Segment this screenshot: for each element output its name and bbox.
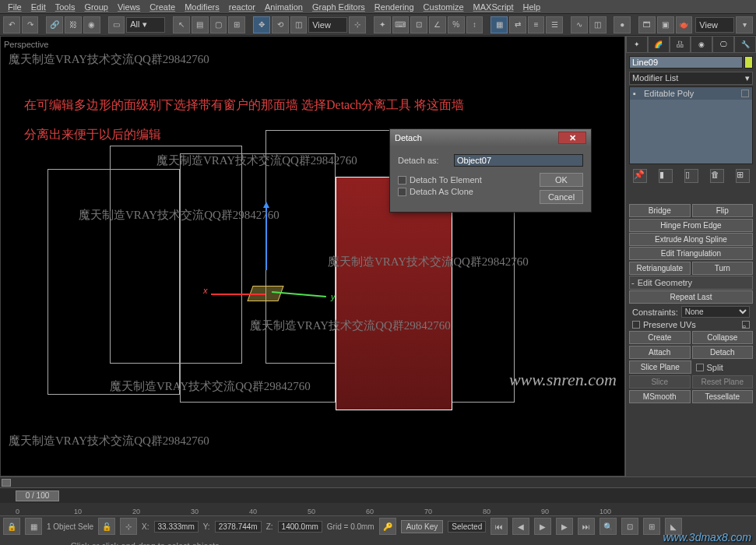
collapse-button[interactable]: Collapse: [692, 331, 754, 344]
move-icon[interactable]: ✥: [253, 16, 270, 33]
material-icon[interactable]: ●: [614, 16, 631, 33]
render-frame-icon[interactable]: ▣: [657, 16, 674, 33]
object-color-swatch[interactable]: [744, 56, 753, 69]
preserve-opts-icon[interactable]: ▫: [742, 321, 750, 329]
quick-render-icon[interactable]: 🫖: [676, 16, 693, 33]
create-button[interactable]: Create: [629, 331, 691, 344]
menu-tools[interactable]: Tools: [51, 2, 80, 12]
zoom-all-icon[interactable]: ⊡: [621, 518, 638, 535]
manip-icon[interactable]: ✦: [374, 16, 391, 33]
expand-icon[interactable]: ▪: [633, 89, 641, 98]
modifier-list-dropdown[interactable]: Modifier List▾: [629, 72, 753, 85]
cancel-button[interactable]: Cancel: [540, 190, 583, 204]
curve-editor-icon[interactable]: ∿: [571, 16, 588, 33]
tab-modify-icon[interactable]: 🌈: [648, 36, 670, 53]
keyboard-icon[interactable]: ⌨: [392, 16, 410, 33]
viewport[interactable]: Perspective x y 在可编辑多边形的面级别下选择带有窗户的那面墙 选…: [0, 36, 625, 476]
detach-to-element-checkbox[interactable]: [398, 176, 406, 185]
angle-snap-icon[interactable]: ∠: [429, 16, 446, 33]
x-coord-field[interactable]: 33.333mm: [154, 521, 199, 533]
tessellate-button[interactable]: Tessellate: [692, 390, 754, 403]
view-dropdown[interactable]: View: [695, 17, 734, 33]
pin-stack-icon[interactable]: 📌: [633, 169, 647, 183]
detach-button[interactable]: Detach: [692, 346, 754, 359]
bind-icon[interactable]: ◉: [83, 16, 100, 33]
tab-motion-icon[interactable]: ◉: [691, 36, 712, 53]
layers-icon[interactable]: ☰: [546, 16, 563, 33]
retriangulate-button[interactable]: Retriangulate: [629, 262, 691, 275]
select-icon[interactable]: ▭: [108, 16, 125, 33]
view-opts-icon[interactable]: ▾: [736, 16, 753, 33]
menu-reactor[interactable]: reactor: [224, 2, 260, 12]
select-region-icon[interactable]: ▢: [210, 16, 227, 33]
next-frame-icon[interactable]: ▶: [556, 518, 573, 535]
tab-display-icon[interactable]: 🖵: [712, 36, 734, 53]
turn-button[interactable]: Turn: [692, 262, 754, 275]
percent-snap-icon[interactable]: %: [448, 16, 465, 33]
constraints-dropdown[interactable]: None: [681, 306, 750, 318]
redo-icon[interactable]: ↷: [22, 16, 39, 33]
modifier-toggle[interactable]: [741, 90, 749, 97]
undo-icon[interactable]: ↶: [3, 16, 20, 33]
bridge-button[interactable]: Bridge: [629, 204, 691, 217]
show-end-icon[interactable]: ▮: [659, 169, 673, 183]
extrude-spline-button[interactable]: Extrude Along Spline: [629, 233, 753, 246]
slice-plane-button[interactable]: Slice Plane: [629, 360, 691, 374]
close-icon[interactable]: ✕: [558, 132, 586, 144]
configure-icon[interactable]: ⊞: [736, 169, 750, 183]
z-coord-field[interactable]: 1400.0mm: [278, 521, 322, 533]
time-slider-thumb[interactable]: 0 / 100: [16, 490, 59, 501]
key-mode-dropdown[interactable]: Selected: [448, 521, 486, 533]
zoom-icon[interactable]: 🔍: [600, 518, 617, 535]
select-name-icon[interactable]: ▤: [192, 16, 209, 33]
time-slider[interactable]: 0 / 100: [0, 487, 756, 503]
pivot-icon[interactable]: ⊹: [349, 16, 366, 33]
menu-group[interactable]: Group: [79, 2, 113, 12]
msmooth-button[interactable]: MSmooth: [629, 390, 691, 403]
play-icon[interactable]: ▶: [534, 518, 551, 535]
prev-frame-icon[interactable]: ◀: [512, 518, 529, 535]
repeat-last-button[interactable]: Repeat Last: [629, 290, 753, 304]
snap-icon[interactable]: ⊡: [410, 16, 427, 33]
selection-filter[interactable]: All ▾: [126, 17, 165, 33]
edit-tri-button[interactable]: Edit Triangulation: [629, 247, 753, 260]
lock-selection-icon[interactable]: 🔓: [98, 518, 115, 535]
mirror-icon[interactable]: ⇄: [509, 16, 526, 33]
y-coord-field[interactable]: 2378.744m: [215, 521, 262, 533]
named-sel-icon[interactable]: ▦: [491, 16, 508, 33]
preserve-uvs-checkbox[interactable]: [632, 321, 640, 329]
attach-button[interactable]: Attach: [629, 346, 691, 359]
unlink-icon[interactable]: ⛓: [65, 16, 82, 33]
edit-geometry-rollout[interactable]: -Edit Geometry: [629, 276, 753, 290]
ref-coord[interactable]: View: [308, 17, 347, 33]
schematic-icon[interactable]: ◫: [589, 16, 607, 33]
detach-as-clone-checkbox[interactable]: [398, 188, 406, 196]
menu-animation[interactable]: Animation: [260, 2, 308, 12]
cursor-icon[interactable]: ↖: [173, 16, 190, 33]
remove-mod-icon[interactable]: 🗑: [710, 169, 724, 183]
menu-rendering[interactable]: Rendering: [370, 2, 419, 12]
modifier-stack[interactable]: ▪ Editable Poly: [629, 86, 753, 164]
key-icon[interactable]: 🔑: [379, 518, 396, 535]
goto-end-icon[interactable]: ⏭: [578, 518, 595, 535]
lock-icon[interactable]: 🔒: [3, 518, 20, 535]
ok-button[interactable]: OK: [540, 173, 583, 187]
menu-edit[interactable]: Edit: [26, 2, 51, 12]
object-name-field[interactable]: [629, 56, 743, 69]
align-icon[interactable]: ≡: [528, 16, 545, 33]
menu-modifiers[interactable]: Modifiers: [180, 2, 224, 12]
menu-file[interactable]: File: [3, 2, 26, 12]
detach-as-field[interactable]: [454, 154, 583, 167]
menu-customize[interactable]: Customize: [419, 2, 469, 12]
render-setup-icon[interactable]: 🗔: [638, 16, 656, 33]
scrollbar-thumb[interactable]: [2, 479, 11, 487]
horizontal-scrollbar[interactable]: [0, 476, 756, 487]
abs-rel-icon[interactable]: ⊹: [120, 518, 137, 535]
rotate-icon[interactable]: ⟲: [272, 16, 289, 33]
zoom-extents-icon[interactable]: ⊞: [643, 518, 660, 535]
window-crossing-icon[interactable]: ⊞: [228, 16, 245, 33]
menu-grapheditors[interactable]: Graph Editors: [308, 2, 370, 12]
tab-utilities-icon[interactable]: 🔧: [734, 36, 756, 53]
tab-hierarchy-icon[interactable]: 品: [670, 36, 691, 53]
split-checkbox[interactable]: [696, 364, 704, 371]
